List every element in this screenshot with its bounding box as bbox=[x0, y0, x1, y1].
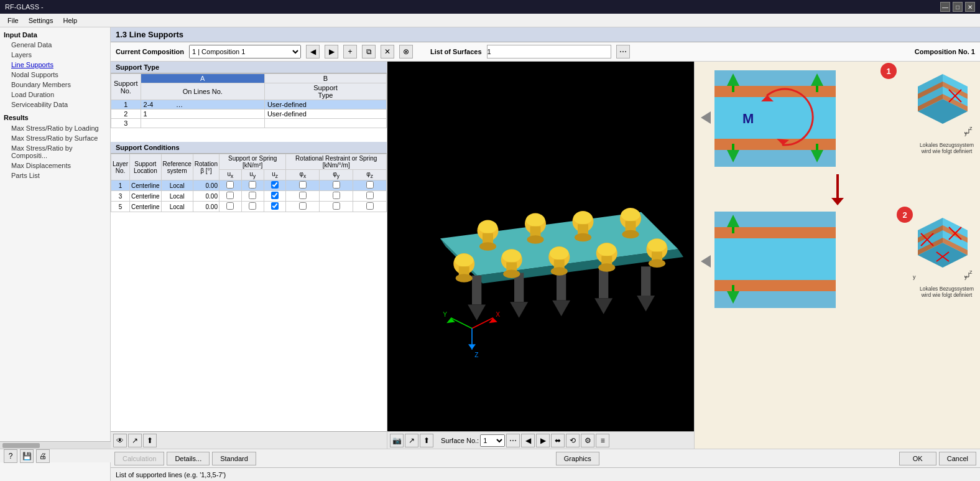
calculation-button[interactable]: Calculation bbox=[114, 452, 164, 465]
minimize-button[interactable]: — bbox=[940, 2, 950, 12]
cancel-button[interactable]: Cancel bbox=[939, 452, 976, 465]
sidebar-item-layers[interactable]: Layers bbox=[0, 50, 110, 60]
cond-row-1-phiy[interactable] bbox=[320, 180, 353, 191]
cond-row-5-uz[interactable] bbox=[264, 202, 286, 212]
sidebar-item-general-data[interactable]: General Data bbox=[0, 40, 110, 50]
delete-composition-btn[interactable]: ✕ bbox=[381, 45, 394, 58]
3d-toolbar-btn-3[interactable]: ⬆ bbox=[420, 434, 433, 447]
support-row-2[interactable]: 2 1 User-defined bbox=[111, 110, 387, 119]
cond-row-3[interactable]: 3 Centerline Local 0.00 bbox=[111, 191, 387, 202]
cond-row-1-phix-checkbox[interactable] bbox=[299, 181, 307, 189]
sidebar-item-nodal-supports[interactable]: Nodal Supports bbox=[0, 70, 110, 80]
cond-row-3-uy[interactable] bbox=[241, 191, 264, 202]
surfaces-input[interactable] bbox=[487, 45, 611, 58]
sidebar-item-max-stress-composition[interactable]: Max Stress/Ratio by Compositi... bbox=[0, 143, 110, 161]
surface-btn5[interactable]: ⚙ bbox=[581, 434, 594, 447]
cond-row-3-phix[interactable] bbox=[286, 191, 320, 202]
cond-row-3-location[interactable]: Centerline bbox=[130, 191, 162, 202]
cond-row-5-location[interactable]: Centerline bbox=[130, 202, 162, 212]
view-btn-export[interactable]: ⬆ bbox=[143, 434, 157, 447]
cond-row-5-phiz[interactable] bbox=[353, 202, 387, 212]
cond-row-5-phiy[interactable] bbox=[320, 202, 353, 212]
cond-row-5-phix[interactable] bbox=[286, 202, 320, 212]
support-row-1[interactable]: 1 2-4 … User-defined bbox=[111, 100, 387, 110]
cond-row-1-phiz-checkbox[interactable] bbox=[366, 181, 374, 189]
clear-composition-btn[interactable]: ⊗ bbox=[399, 45, 413, 58]
cond-row-3-ux[interactable] bbox=[220, 191, 242, 202]
sidebar-item-load-duration[interactable]: Load Duration bbox=[0, 90, 110, 100]
surface-nav-btn2[interactable]: ▶ bbox=[536, 434, 550, 447]
standard-button[interactable]: Standard bbox=[212, 452, 256, 465]
ok-button[interactable]: OK bbox=[899, 452, 936, 465]
sidebar-icon-btn-1[interactable]: ? bbox=[4, 449, 17, 463]
composition-select[interactable]: 1 | Composition 1 bbox=[189, 45, 301, 58]
view-btn-eye[interactable]: 👁 bbox=[113, 434, 127, 447]
cond-row-5-uy[interactable] bbox=[241, 202, 264, 212]
cond-row-3-uz[interactable] bbox=[264, 191, 286, 202]
surface-btn3[interactable]: ⬌ bbox=[551, 434, 565, 447]
cond-row-1-uz[interactable] bbox=[264, 180, 286, 191]
cond-row-1-uy-checkbox[interactable] bbox=[249, 181, 256, 189]
cond-row-5-phiy-checkbox[interactable] bbox=[333, 202, 340, 210]
cond-row-1[interactable]: 1 Centerline Local 0.00 bbox=[111, 180, 387, 191]
menu-help[interactable]: Help bbox=[58, 16, 82, 26]
support-row-2-lines[interactable]: 1 bbox=[141, 110, 264, 119]
cond-row-3-uy-checkbox[interactable] bbox=[249, 192, 256, 199]
3d-viewport[interactable]: X Y Z bbox=[387, 62, 694, 431]
menu-settings[interactable]: Settings bbox=[24, 16, 58, 26]
add-composition-btn[interactable]: + bbox=[343, 45, 357, 58]
cond-row-5-ux-checkbox[interactable] bbox=[226, 202, 234, 210]
support-row-3-lines[interactable] bbox=[141, 119, 264, 128]
cond-row-5-uz-checkbox[interactable] bbox=[271, 202, 279, 210]
surface-select-btn[interactable]: ⋯ bbox=[506, 434, 520, 447]
maximize-button[interactable]: □ bbox=[953, 2, 963, 12]
cond-row-3-phix-checkbox[interactable] bbox=[299, 192, 307, 199]
cond-row-3-phiz-checkbox[interactable] bbox=[366, 192, 374, 199]
cond-row-1-phiz[interactable] bbox=[353, 180, 387, 191]
support-row-3[interactable]: 3 bbox=[111, 119, 387, 128]
cond-row-1-ux-checkbox[interactable] bbox=[226, 181, 234, 189]
sidebar-item-max-displacements[interactable]: Max Displacements bbox=[0, 161, 110, 170]
view-btn-cursor[interactable]: ↗ bbox=[128, 434, 142, 447]
sidebar-icon-btn-2[interactable]: 💾 bbox=[20, 449, 34, 463]
sidebar-icon-btn-3[interactable]: 🖨 bbox=[36, 449, 50, 463]
3d-toolbar-btn-1[interactable]: 📷 bbox=[390, 434, 404, 447]
sidebar-item-boundary-members[interactable]: Boundary Members bbox=[0, 80, 110, 90]
sidebar-item-max-stress-surface[interactable]: Max Stress/Ratio by Surface bbox=[0, 133, 110, 143]
cond-row-1-uy[interactable] bbox=[241, 180, 264, 191]
copy-composition-btn[interactable]: ⧉ bbox=[362, 45, 376, 58]
cond-row-1-location[interactable]: Centerline bbox=[130, 180, 162, 191]
3d-toolbar-btn-2[interactable]: ↗ bbox=[405, 434, 418, 447]
cond-row-5[interactable]: 5 Centerline Local 0.00 bbox=[111, 202, 387, 212]
surface-btn4[interactable]: ⟲ bbox=[566, 434, 580, 447]
graphics-button[interactable]: Graphics bbox=[556, 452, 599, 465]
cond-row-5-ux[interactable] bbox=[220, 202, 242, 212]
on-lines-col-header: On Lines No. bbox=[141, 83, 264, 100]
nav-next-btn[interactable]: ▶ bbox=[325, 45, 338, 58]
support-row-1-lines[interactable]: 2-4 … bbox=[141, 100, 264, 110]
cond-row-1-phiy-checkbox[interactable] bbox=[333, 181, 340, 189]
cond-row-1-uz-checkbox[interactable] bbox=[271, 181, 279, 189]
sidebar-item-serviceability-data[interactable]: Serviceability Data bbox=[0, 100, 110, 110]
cond-row-5-uy-checkbox[interactable] bbox=[249, 202, 256, 210]
sidebar-item-line-supports[interactable]: Line Supports bbox=[0, 60, 110, 70]
close-button[interactable]: ✕ bbox=[965, 2, 975, 12]
menu-file[interactable]: File bbox=[2, 16, 24, 26]
cond-row-1-ux[interactable] bbox=[220, 180, 242, 191]
cond-row-5-phiz-checkbox[interactable] bbox=[366, 202, 374, 210]
cond-row-3-phiz[interactable] bbox=[353, 191, 387, 202]
sidebar-item-max-stress-loading[interactable]: Max Stress/Ratio by Loading bbox=[0, 123, 110, 133]
cond-row-3-ux-checkbox[interactable] bbox=[226, 192, 234, 199]
surface-nav-btn1[interactable]: ◀ bbox=[521, 434, 535, 447]
nav-prev-btn[interactable]: ◀ bbox=[306, 45, 320, 58]
surface-btn6[interactable]: ≡ bbox=[596, 434, 609, 447]
cond-row-5-phix-checkbox[interactable] bbox=[299, 202, 307, 210]
surface-no-select[interactable]: 1 bbox=[480, 434, 505, 447]
cond-row-3-uz-checkbox[interactable] bbox=[271, 192, 279, 199]
cond-row-3-phiy[interactable] bbox=[320, 191, 353, 202]
cond-row-1-phix[interactable] bbox=[286, 180, 320, 191]
surfaces-select-btn[interactable]: ⋯ bbox=[616, 45, 630, 58]
cond-row-3-phiy-checkbox[interactable] bbox=[333, 192, 340, 199]
details-button[interactable]: Details... bbox=[167, 452, 210, 465]
sidebar-item-parts-list[interactable]: Parts List bbox=[0, 170, 110, 180]
